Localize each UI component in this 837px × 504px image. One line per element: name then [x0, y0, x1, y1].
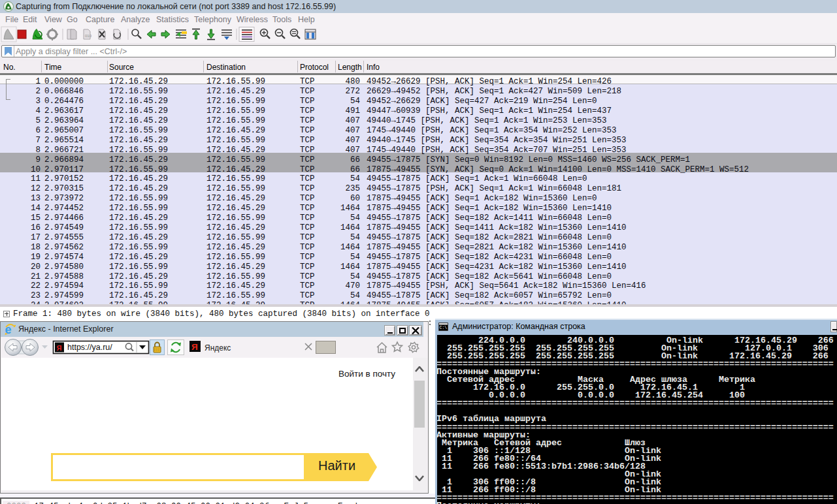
svg-text:C:\: C:\	[440, 326, 448, 330]
svg-text:010: 010	[85, 34, 92, 38]
svg-text:Я: Я	[191, 342, 198, 352]
svg-text:Я: Я	[57, 344, 62, 352]
